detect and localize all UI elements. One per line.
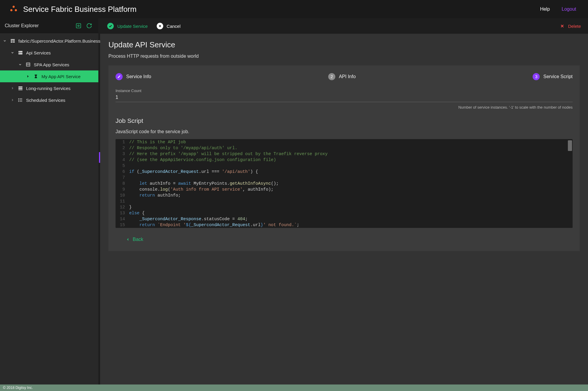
tree-label: SPA App Services	[34, 62, 69, 67]
settings-icon[interactable]	[75, 22, 82, 29]
content-marker	[99, 152, 100, 163]
svg-rect-18	[18, 88, 23, 89]
tree-node-long-running[interactable]: Long-running Services	[0, 82, 98, 94]
button-label: Cancel	[167, 24, 181, 29]
chevron-right-icon	[8, 98, 17, 102]
svg-point-1	[10, 9, 12, 11]
button-label: Update Service	[117, 24, 148, 29]
app-logo-icon	[9, 5, 18, 13]
tree-node-spa-app-services[interactable]: SPA App Services	[0, 59, 98, 70]
cancel-button[interactable]: Cancel	[157, 23, 181, 29]
chevron-down-icon	[1, 39, 9, 43]
svg-rect-8	[11, 42, 12, 43]
svg-rect-9	[13, 42, 15, 43]
copyright: © 2018 Digitsy Inc.	[3, 386, 33, 390]
step-service-script[interactable]: 3 Service Script	[533, 73, 573, 80]
tree-label: fabric:/SupercondActor.Platform.Business	[18, 38, 100, 44]
stack-icon	[17, 86, 24, 91]
svg-point-25	[18, 101, 19, 102]
instance-count-label: Instance Count	[116, 89, 573, 93]
tree-node-scheduled[interactable]: Scheduled Services	[0, 94, 98, 106]
step-number: 2	[328, 73, 335, 80]
server-icon	[17, 50, 24, 55]
tree-label: Scheduled Services	[26, 98, 65, 103]
tree-label: Api Services	[26, 50, 51, 55]
svg-point-2	[15, 9, 17, 11]
sidebar: Cluster Explorer	[0, 18, 100, 384]
svg-rect-17	[18, 86, 23, 88]
step-api-info[interactable]: 2 API Info	[328, 73, 356, 80]
svg-rect-7	[13, 41, 15, 41]
instance-count-hint: Number of service instances. '-1' to sca…	[116, 105, 573, 110]
step-number: 3	[533, 73, 540, 80]
svg-rect-10	[18, 51, 23, 52]
help-link[interactable]: Help	[540, 7, 550, 12]
sidebar-header: Cluster Explorer	[0, 18, 98, 33]
footer: © 2018 Digitsy Inc.	[0, 384, 588, 391]
tree-node-my-app-api-service[interactable]: My App API Service	[0, 70, 98, 82]
refresh-icon[interactable]	[86, 22, 92, 29]
code-editor[interactable]: 1// This is the API job 2// Responds onl…	[116, 139, 573, 228]
tree-label: My App API Service	[41, 74, 81, 79]
page-subtitle: Process HTTP requests from outside world	[108, 54, 580, 59]
svg-rect-6	[11, 41, 12, 41]
step-service-info[interactable]: Service Info	[116, 73, 151, 80]
stepper: Service Info 2 API Info 3 Service Script	[116, 73, 573, 80]
list-icon	[17, 97, 24, 103]
svg-point-0	[13, 6, 15, 8]
hourglass-icon	[32, 74, 40, 78]
tree-node-fabric-root[interactable]: fabric:/SupercondActor.Platform.Business	[0, 35, 98, 47]
editor-scrollbar[interactable]	[568, 140, 572, 151]
svg-rect-5	[11, 39, 15, 40]
chevron-down-icon	[16, 63, 24, 66]
step-label: API Info	[339, 74, 356, 79]
svg-point-12	[19, 52, 20, 52]
svg-rect-3	[76, 23, 81, 28]
step-label: Service Script	[543, 74, 573, 79]
chevron-right-icon	[8, 86, 17, 90]
job-script-desc: JavaScript code for the service job.	[116, 129, 573, 134]
sidebar-title: Cluster Explorer	[5, 23, 39, 28]
app-title: Service Fabric Business Platform	[23, 5, 137, 14]
svg-point-23	[18, 99, 19, 99]
action-bar: Update Service Cancel Delete	[100, 18, 588, 34]
svg-point-4	[78, 25, 79, 26]
check-icon	[107, 23, 114, 29]
chevron-left-icon	[126, 238, 130, 241]
step-label: Service Info	[126, 74, 151, 79]
back-label: Back	[133, 237, 143, 242]
top-bar: Service Fabric Business Platform Help Lo…	[0, 0, 588, 18]
close-icon	[560, 24, 565, 28]
update-service-button[interactable]: Update Service	[107, 23, 148, 29]
logout-link[interactable]: Logout	[562, 7, 576, 12]
form-card: Service Info 2 API Info 3 Service Script…	[108, 65, 580, 251]
svg-rect-19	[18, 90, 23, 90]
cluster-tree: fabric:/SupercondActor.Platform.Business…	[0, 33, 98, 108]
delete-button[interactable]: Delete	[560, 24, 581, 29]
top-links: Help Logout	[540, 7, 576, 12]
page-title: Update API Service	[108, 40, 580, 49]
job-script-title: Job Script	[116, 117, 573, 124]
svg-rect-11	[18, 53, 23, 54]
close-icon	[157, 23, 163, 29]
app-icon	[9, 38, 17, 44]
main-content: Update Service Cancel Delete Update API …	[100, 18, 588, 384]
svg-point-13	[19, 54, 20, 54]
tree-node-api-services[interactable]: Api Services	[0, 47, 98, 59]
chevron-down-icon	[8, 51, 17, 54]
svg-point-24	[18, 100, 19, 100]
group-icon	[24, 62, 32, 67]
chevron-right-icon	[24, 75, 32, 78]
instance-count-input[interactable]	[116, 94, 573, 102]
pencil-icon	[116, 73, 123, 80]
tree-label: Long-running Services	[26, 86, 71, 91]
back-button[interactable]: Back	[126, 237, 573, 242]
svg-rect-14	[26, 63, 30, 66]
button-label: Delete	[568, 24, 581, 29]
